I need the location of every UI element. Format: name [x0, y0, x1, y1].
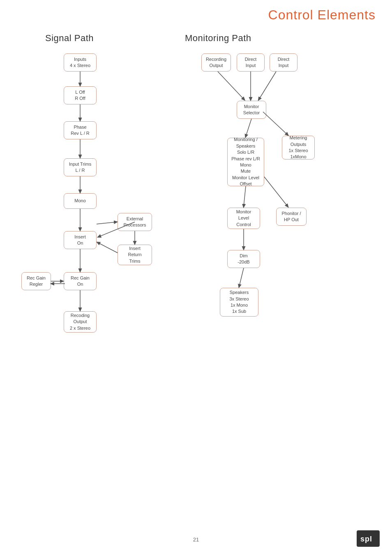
metering-outputs-box: MeteringOutputs1x Stereo1xMono — [282, 136, 315, 160]
svg-line-16 — [246, 119, 251, 136]
direct-input1-box: DirectInput — [237, 53, 265, 72]
page-title: Control Elements — [268, 7, 376, 23]
recording-output-box: RecordingOutput — [201, 53, 231, 72]
rec-gain-on-box: Rec GainOn — [64, 272, 97, 290]
monitor-selector-box: MonitorSelector — [237, 101, 266, 119]
svg-line-19 — [264, 177, 288, 206]
insert-on-box: InsertOn — [64, 231, 97, 249]
svg-line-21 — [239, 268, 244, 287]
svg-line-18 — [244, 186, 246, 206]
page-number: 21 — [193, 536, 199, 543]
phase-box: PhaseRev L / R — [64, 121, 97, 139]
inputs-box: Inputs4 x Stereo — [64, 53, 97, 72]
spl-logo: spl — [357, 530, 380, 547]
monitoring-path-title: Monitoring Path — [185, 33, 251, 44]
svg-line-17 — [263, 112, 288, 135]
rec-gain-regler-box: Rec GainRegler — [21, 272, 51, 290]
mono-box: Mono — [64, 193, 97, 209]
svg-line-13 — [218, 72, 244, 99]
direct-input2-box: DirectInput — [270, 53, 297, 72]
phonitor-hp-out-box: Phonitor /HP Out — [276, 208, 307, 226]
svg-line-8 — [98, 243, 118, 253]
arrows-overlay — [0, 0, 392, 555]
svg-line-6 — [97, 222, 116, 224]
insert-return-trims-box: InsertReturnTrims — [118, 245, 152, 265]
dim-box: Dim-20dB — [227, 250, 260, 268]
monitoring-speakers-box: Monitoring /SpeakersSolo L/RPhase rev L/… — [227, 138, 264, 186]
signal-path-title: Signal Path — [45, 33, 94, 44]
svg-line-15 — [259, 72, 276, 99]
input-trims-box: Input TrimsL / R — [64, 158, 97, 176]
external-processors-box: ExternalProcessors — [118, 213, 152, 231]
loff-roff-box: L OffR Off — [64, 86, 97, 104]
svg-text:spl: spl — [360, 535, 372, 543]
monitor-level-control-box: MonitorLevelControl — [227, 208, 260, 229]
recoding-output-box: RecodingOutput2 x Stereo — [64, 311, 97, 333]
speakers-box: Speakers3x Stereo1x Mono1x Sub — [220, 288, 258, 317]
